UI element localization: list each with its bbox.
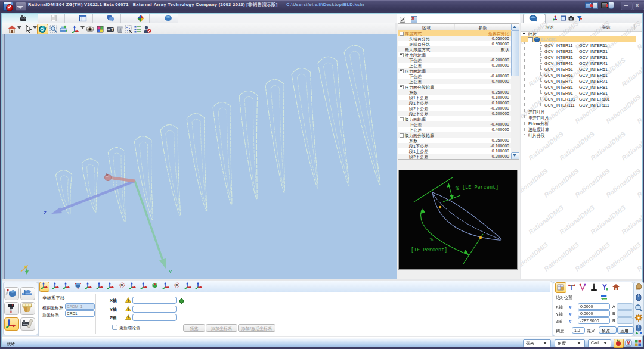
- svg-text:Z: Z: [44, 210, 47, 216]
- svg-text:Y: Y: [169, 269, 172, 275]
- svg-text:M: M: [120, 283, 123, 287]
- svg-text:%: %: [456, 186, 459, 192]
- svg-text:[LE Percent]: [LE Percent]: [462, 185, 499, 191]
- svg-text:T: T: [111, 27, 114, 32]
- svg-text:M: M: [176, 283, 178, 287]
- svg-text:[TE Percent]: [TE Percent]: [411, 247, 447, 253]
- svg-text:%: %: [430, 237, 434, 243]
